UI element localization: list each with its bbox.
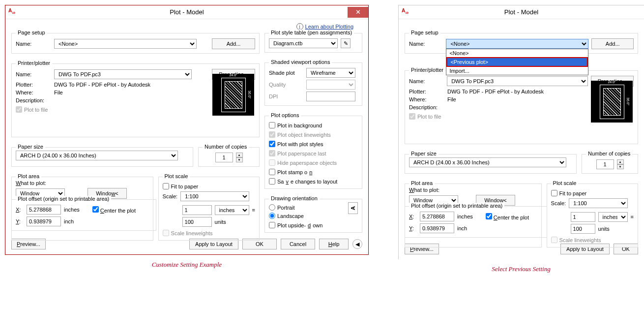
scale-denominator-input[interactable] <box>571 224 595 234</box>
info-icon: i <box>296 23 303 30</box>
dd-option-import[interactable]: Import... <box>446 67 588 75</box>
app-icon: A10 <box>402 8 410 17</box>
page-setup-dropdown[interactable]: <None> <Previous plot> Import... <box>446 49 588 75</box>
save-changes-checkbox[interactable] <box>269 178 275 185</box>
titlebar: A10 Plot - Model <box>399 5 644 19</box>
printer-name-select[interactable]: DWG To PDF.pc3 <box>447 76 588 86</box>
center-plot-checkbox[interactable] <box>92 206 99 213</box>
printer-plotter-group: Printer/plotter Name: DWG To PDF.pc3 Pro… <box>405 70 638 144</box>
plot-styles-checkbox[interactable] <box>269 141 275 147</box>
plot-scale-group: Plot scale Fit to paper Scale:1:100 inch… <box>158 177 260 241</box>
dd-option-previous-plot[interactable]: <Previous plot> <box>446 57 588 67</box>
plot-lineweights-checkbox <box>269 131 275 138</box>
page-setup-name-select[interactable]: <None> <box>54 39 197 49</box>
drawing-orientation-group: Drawing orientation Portrait Landscape P… <box>264 199 362 233</box>
plot-scale-group: Plot scale Fit to paper Scale:1:100 inch… <box>547 184 638 247</box>
scale-select[interactable]: 1:100 <box>569 198 628 208</box>
titlebar: A10 Plot - Model ✕ <box>5 5 368 19</box>
paper-size-group: Paper size ARCH D (24.00 x 36.00 Inches) <box>405 154 577 174</box>
copies-input[interactable] <box>215 153 233 162</box>
copies-group: Number of copies ▲▼ <box>198 147 260 167</box>
add-button[interactable]: Add... <box>591 38 634 49</box>
app-icon: A10 <box>8 8 17 17</box>
scale-numerator-input[interactable] <box>182 205 212 215</box>
paper-preview: 24.0" 36.0" <box>212 74 254 116</box>
caption-right: Select Previous Setting <box>398 265 644 273</box>
scale-denominator-input[interactable] <box>182 217 212 227</box>
dd-option-none[interactable]: <None> <box>446 49 588 57</box>
plot-dialog-right: A10 Plot - Model Page setup Name: <None>… <box>398 5 644 259</box>
name-label: Name: <box>409 41 443 47</box>
fit-to-paper-checkbox[interactable] <box>551 190 557 196</box>
plot-options-group: Plot options Plot in background Plot obj… <box>264 116 362 189</box>
offset-x-input[interactable] <box>27 205 61 215</box>
help-button[interactable]: Help <box>319 239 349 249</box>
copies-group: Number of copies ▲▼ <box>582 154 638 174</box>
offset-y-input[interactable] <box>27 216 61 226</box>
learn-plotting-link[interactable]: i Learn about Plotting <box>296 23 353 30</box>
scale-numerator-input[interactable] <box>571 212 595 222</box>
plot-to-file-checkbox <box>409 113 415 120</box>
quality-select <box>306 80 355 90</box>
upside-down-checkbox[interactable] <box>269 222 275 228</box>
scale-lineweights-checkbox <box>551 237 557 243</box>
name-label: Name: <box>16 41 51 47</box>
paper-preview: 24.0" 36.0" <box>591 81 633 123</box>
printer-name-select[interactable]: DWG To PDF.pc3 <box>54 69 192 79</box>
landscape-radio[interactable] <box>269 213 275 219</box>
paperspace-last-checkbox <box>269 150 275 156</box>
window-title: Plot - Model <box>170 8 204 16</box>
portrait-radio[interactable] <box>269 204 275 211</box>
plot-background-checkbox[interactable] <box>269 122 275 128</box>
hide-paperspace-checkbox <box>269 159 275 166</box>
edit-style-icon[interactable]: ✎ <box>341 38 351 48</box>
printer-plotter-group: Printer/plotter Name: DWG To PDF.pc3 Pro… <box>11 63 260 137</box>
cancel-button[interactable]: Cancel <box>281 239 315 249</box>
scale-unit-select[interactable]: inches <box>598 212 628 222</box>
close-button[interactable]: ✕ <box>348 7 368 18</box>
caption-left: Customize Setting Example <box>5 261 369 269</box>
plot-dialog-left: A10 Plot - Model ✕ i Learn about Plottin… <box>5 5 369 255</box>
plot-to-file-checkbox <box>16 106 22 113</box>
plot-offset-group: Plot offset (origin set to printable are… <box>405 206 547 238</box>
plot-style-table-group: Plot style table (pen assignments) Diagr… <box>264 33 362 53</box>
plot-offset-group: Plot offset (origin set to printable are… <box>11 199 156 231</box>
offset-y-input[interactable] <box>420 223 454 233</box>
dpi-input <box>306 92 355 101</box>
paper-size-select[interactable]: ARCH D (24.00 x 36.00 Inches) <box>409 157 566 167</box>
shaded-viewport-group: Shaded viewport options Shade plotWirefr… <box>264 62 362 106</box>
copies-spinner[interactable]: ▲▼ <box>617 159 624 169</box>
page-setup-group: Page setup Name: <None> <None> <Previous… <box>405 33 638 54</box>
center-plot-checkbox[interactable] <box>486 213 492 219</box>
paper-size-group: Paper size ARCH D (24.00 x 36.00 Inches) <box>11 147 193 167</box>
collapse-toggle-icon[interactable]: ◀ <box>352 239 362 249</box>
orientation-icon: A <box>348 202 358 214</box>
plot-style-select[interactable]: Diagram.ctb <box>269 38 338 48</box>
offset-x-input[interactable] <box>420 212 454 221</box>
scale-unit-select[interactable]: inches <box>215 205 249 215</box>
copies-input[interactable] <box>596 159 614 169</box>
window-title: Plot - Model <box>504 8 538 16</box>
scale-select[interactable]: 1:100 <box>180 191 249 201</box>
page-setup-name-select[interactable]: <None> <box>446 39 588 49</box>
copies-spinner[interactable]: ▲▼ <box>236 153 243 162</box>
plot-stamp-checkbox[interactable] <box>269 169 275 175</box>
shade-plot-select[interactable]: Wireframe <box>306 68 355 78</box>
fit-to-paper-checkbox[interactable] <box>163 183 169 189</box>
paper-size-select[interactable]: ARCH D (24.00 x 36.00 Inches) <box>16 151 178 160</box>
add-button[interactable]: Add... <box>212 38 255 49</box>
scale-lineweights-checkbox <box>163 230 169 236</box>
page-setup-group: Page setup Name: <None> Add... <box>11 33 260 54</box>
printer-name-label: Name: <box>16 71 51 77</box>
